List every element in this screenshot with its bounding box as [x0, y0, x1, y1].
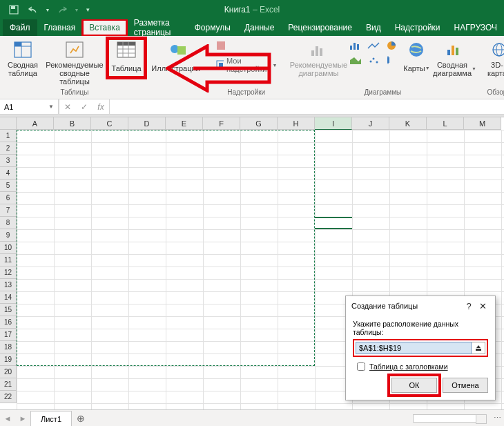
tab-insert[interactable]: Вставка — [82, 19, 127, 36]
row-header-16[interactable]: 16 — [0, 316, 17, 329]
row-header-2[interactable]: 2 — [0, 142, 17, 155]
row-header-6[interactable]: 6 — [0, 192, 17, 204]
row-header-9[interactable]: 9 — [0, 229, 17, 242]
illustrations-icon — [167, 40, 189, 59]
headers-checkbox[interactable]: Таблица с заголовками — [357, 362, 488, 371]
row-header-4[interactable]: 4 — [0, 167, 17, 180]
row-header-14[interactable]: 14 — [0, 291, 17, 304]
row-header-10[interactable]: 10 — [0, 242, 17, 254]
collapse-dialog-icon[interactable] — [472, 342, 485, 354]
sheet-tab[interactable]: Лист1 — [30, 411, 72, 426]
range-field-highlight — [353, 339, 488, 357]
row-header-12[interactable]: 12 — [0, 267, 17, 279]
cancel-formula-icon[interactable]: ✕ — [59, 102, 76, 112]
sheet-scroll-right-icon[interactable]: ► — [15, 410, 30, 426]
row-header-11[interactable]: 11 — [0, 254, 17, 267]
maps-button[interactable]: Карты▼ — [401, 39, 432, 77]
worksheet-grid[interactable]: ABCDEFGHIJKLM 12345678910111213141516171… — [0, 117, 504, 409]
col-header-G[interactable]: G — [240, 117, 278, 130]
3d-map-button[interactable]: 3D- карта▼ — [484, 39, 504, 79]
qat-customize-icon[interactable]: ▾ — [83, 2, 93, 17]
col-header-B[interactable]: B — [54, 117, 91, 130]
row-header-17[interactable]: 17 — [0, 329, 17, 341]
row-header-8[interactable]: 8 — [0, 217, 17, 229]
col-header-M[interactable]: M — [464, 117, 501, 130]
pie-chart-icon[interactable] — [385, 40, 400, 54]
fx-icon[interactable]: fx — [93, 102, 109, 112]
dialog-title: Создание таблицы — [351, 302, 462, 310]
svg-rect-19 — [316, 46, 318, 56]
cancel-button[interactable]: Отмена — [443, 378, 488, 393]
row-header-20[interactable]: 20 — [0, 366, 17, 378]
save-icon[interactable] — [6, 2, 22, 17]
col-header-E[interactable]: E — [166, 117, 203, 130]
help-icon[interactable]: ? — [462, 301, 476, 311]
tab-addins[interactable]: Надстройки — [388, 19, 447, 36]
illustrations-button[interactable]: Иллюстрации▼ — [153, 39, 203, 77]
name-box[interactable]: A1▼ — [0, 99, 59, 114]
ribbon-tabs: Файл Главная Вставка Разметка страницы Ф… — [0, 19, 504, 36]
pivot-chart-button[interactable]: Сводная диаграмма ▼ — [433, 39, 476, 79]
svg-point-30 — [409, 43, 423, 57]
col-header-H[interactable]: H — [278, 117, 315, 130]
active-cell[interactable] — [315, 217, 352, 229]
pivot-chart-icon — [443, 40, 465, 59]
formula-input[interactable] — [110, 99, 504, 114]
tab-file[interactable]: Файл — [3, 19, 37, 36]
svg-rect-22 — [353, 43, 356, 50]
close-icon[interactable]: ✕ — [476, 301, 490, 311]
col-header-J[interactable]: J — [352, 117, 389, 130]
col-header-C[interactable]: C — [91, 117, 128, 130]
my-addins-button[interactable]: Мои надстройки ▼ — [211, 55, 281, 75]
col-header-A[interactable]: A — [17, 117, 54, 130]
redo-dropdown-icon[interactable]: ▼ — [73, 2, 80, 17]
svg-rect-32 — [452, 46, 454, 55]
undo-dropdown-icon[interactable]: ▼ — [44, 2, 51, 17]
col-header-L[interactable]: L — [427, 117, 464, 130]
undo-icon[interactable] — [25, 2, 41, 17]
row-header-21[interactable]: 21 — [0, 378, 17, 391]
bar-chart-icon[interactable] — [349, 40, 364, 54]
redo-icon[interactable] — [54, 2, 70, 17]
get-addins-button[interactable] — [211, 39, 281, 52]
tab-loadtest[interactable]: НАГРУЗОЧ — [447, 19, 504, 36]
row-header-18[interactable]: 18 — [0, 341, 17, 354]
group-tables-label: Таблицы — [61, 88, 89, 97]
recommended-charts-button[interactable]: Рекомендуемые диаграммы — [289, 39, 347, 79]
row-header-1[interactable]: 1 — [0, 130, 17, 142]
col-header-I[interactable]: I — [315, 117, 352, 130]
row-header-13[interactable]: 13 — [0, 279, 17, 291]
recommended-pivot-button[interactable]: Рекомендуемые сводные таблицы — [43, 39, 106, 87]
view-options-icon[interactable]: ⋯ — [490, 414, 504, 423]
pivot-table-button[interactable]: Сводная таблица — [4, 39, 41, 79]
svg-rect-20 — [320, 48, 322, 56]
sheet-scroll-left-icon[interactable]: ◄ — [0, 410, 15, 426]
ok-button[interactable]: ОК — [391, 378, 437, 393]
row-header-7[interactable]: 7 — [0, 204, 17, 217]
stock-chart-icon[interactable] — [385, 55, 400, 68]
row-header-5[interactable]: 5 — [0, 180, 17, 192]
col-header-K[interactable]: K — [389, 117, 427, 130]
row-header-19[interactable]: 19 — [0, 354, 17, 366]
tab-review[interactable]: Рецензирование — [281, 19, 359, 36]
select-all-corner[interactable] — [0, 117, 17, 130]
table-button[interactable]: Таблица — [108, 39, 145, 77]
tab-page-layout[interactable]: Разметка страницы — [127, 19, 188, 36]
area-chart-icon[interactable] — [349, 55, 364, 68]
line-chart-icon[interactable] — [367, 40, 382, 54]
col-header-D[interactable]: D — [128, 117, 166, 130]
horizontal-scrollbar[interactable] — [413, 414, 476, 423]
tab-view[interactable]: Вид — [359, 19, 388, 36]
enter-formula-icon[interactable]: ✓ — [76, 102, 93, 112]
row-header-22[interactable]: 22 — [0, 391, 17, 403]
col-header-F[interactable]: F — [203, 117, 240, 130]
svg-point-25 — [370, 61, 372, 63]
row-header-3[interactable]: 3 — [0, 155, 17, 167]
range-input[interactable] — [356, 342, 472, 354]
tab-formulas[interactable]: Формулы — [188, 19, 238, 36]
tab-data[interactable]: Данные — [238, 19, 281, 36]
scatter-chart-icon[interactable] — [367, 55, 382, 68]
tab-home[interactable]: Главная — [37, 19, 83, 36]
new-sheet-button[interactable]: ⊕ — [72, 413, 90, 424]
row-header-15[interactable]: 15 — [0, 304, 17, 316]
